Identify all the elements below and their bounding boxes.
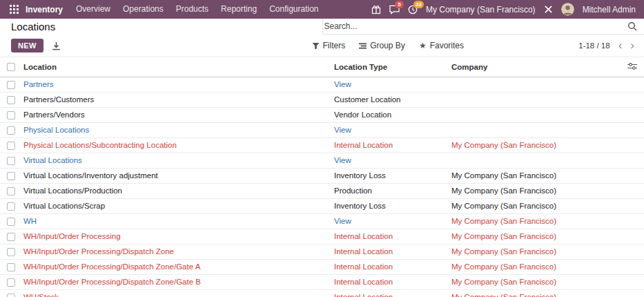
nav-menu-products[interactable]: Products — [170, 0, 215, 19]
location-type-cell[interactable]: Internal Location — [331, 137, 449, 153]
location-type-cell[interactable]: View — [331, 122, 449, 137]
row-checkbox[interactable] — [0, 213, 21, 229]
nav-menu-configuration[interactable]: Configuration — [263, 0, 324, 19]
company-cell[interactable]: My Company (San Francisco) — [449, 213, 618, 229]
row-checkbox[interactable] — [0, 229, 21, 244]
location-type-cell[interactable]: Internal Location — [331, 244, 449, 259]
table-row[interactable]: WH/Input/Order Processing/Dispatch ZoneI… — [0, 244, 644, 259]
export-download-icon[interactable] — [52, 41, 61, 50]
search-icon[interactable] — [627, 21, 637, 31]
location-cell[interactable]: WH/Input/Order Processing — [21, 229, 331, 244]
user-avatar[interactable] — [561, 3, 574, 16]
row-checkbox[interactable] — [0, 137, 21, 153]
company-cell[interactable]: My Company (San Francisco) — [449, 168, 618, 183]
favorites-button[interactable]: ★ Favorites — [419, 41, 464, 50]
location-cell[interactable]: Partners/Customers — [21, 92, 331, 107]
debug-tools-icon[interactable] — [544, 5, 553, 14]
column-header-company[interactable]: Company — [449, 57, 618, 77]
location-cell[interactable]: Physical Locations — [21, 122, 331, 137]
table-row[interactable]: Physical LocationsView — [0, 122, 644, 137]
location-cell[interactable]: Virtual Locations/Production — [21, 183, 331, 198]
table-row[interactable]: WHViewMy Company (San Francisco) — [0, 213, 644, 229]
row-checkbox[interactable] — [0, 77, 21, 93]
location-type-cell[interactable]: View — [331, 213, 449, 229]
company-cell[interactable]: My Company (San Francisco) — [449, 137, 618, 153]
location-type-cell[interactable]: Internal Location — [331, 259, 449, 274]
location-cell[interactable]: Virtual Locations/Scrap — [21, 198, 331, 213]
company-cell[interactable]: My Company (San Francisco) — [449, 198, 618, 213]
location-cell[interactable]: Virtual Locations/Inventory adjustment — [21, 168, 331, 183]
pager-value[interactable]: 1-18 / 18 — [578, 41, 609, 50]
company-cell[interactable]: My Company (San Francisco) — [449, 259, 618, 274]
current-app-name[interactable]: Inventory — [26, 5, 63, 15]
location-type-cell[interactable]: View — [331, 153, 449, 168]
row-checkbox[interactable] — [0, 92, 21, 107]
location-type-cell[interactable]: Inventory Loss — [331, 168, 449, 183]
company-cell[interactable]: My Company (San Francisco) — [449, 183, 618, 198]
company-cell[interactable]: My Company (San Francisco) — [449, 289, 618, 297]
location-cell[interactable]: WH — [21, 213, 331, 229]
location-type-cell[interactable]: Internal Location — [331, 274, 449, 289]
nav-menu-overview[interactable]: Overview — [70, 0, 117, 19]
table-row[interactable]: Virtual Locations/Inventory adjustmentIn… — [0, 168, 644, 183]
table-row[interactable]: WH/StockInternal LocationMy Company (San… — [0, 289, 644, 297]
row-checkbox[interactable] — [0, 122, 21, 137]
table-row[interactable]: WH/Input/Order ProcessingInternal Locati… — [0, 229, 644, 244]
location-cell[interactable]: WH/Input/Order Processing/Dispatch Zone — [21, 244, 331, 259]
company-cell[interactable]: My Company (San Francisco) — [449, 244, 618, 259]
new-button[interactable]: NEW — [11, 39, 43, 52]
select-all-checkbox[interactable] — [0, 57, 21, 77]
location-type-cell[interactable]: Internal Location — [331, 289, 449, 297]
table-row[interactable]: WH/Input/Order Processing/Dispatch Zone/… — [0, 274, 644, 289]
gift-icon[interactable] — [371, 5, 381, 15]
nav-menu-operations[interactable]: Operations — [117, 0, 170, 19]
apps-menu-icon[interactable] — [6, 5, 23, 14]
pager-previous-icon[interactable]: ‹ — [618, 41, 623, 50]
location-cell[interactable]: WH/Input/Order Processing/Dispatch Zone/… — [21, 259, 331, 274]
row-checkbox[interactable] — [0, 259, 21, 274]
company-cell[interactable]: My Company (San Francisco) — [449, 229, 618, 244]
company-cell[interactable]: My Company (San Francisco) — [449, 274, 618, 289]
location-type-cell[interactable]: Internal Location — [331, 229, 449, 244]
table-row[interactable]: Partners/CustomersCustomer Location — [0, 92, 644, 107]
company-cell[interactable] — [449, 77, 618, 93]
table-row[interactable]: Virtual Locations/ScrapInventory LossMy … — [0, 198, 644, 213]
table-row[interactable]: WH/Input/Order Processing/Dispatch Zone/… — [0, 259, 644, 274]
column-header-location-type[interactable]: Location Type — [331, 57, 449, 77]
company-cell[interactable] — [449, 107, 618, 122]
row-checkbox[interactable] — [0, 244, 21, 259]
company-cell[interactable] — [449, 153, 618, 168]
row-checkbox[interactable] — [0, 183, 21, 198]
group-by-button[interactable]: Group By — [359, 41, 405, 50]
company-cell[interactable] — [449, 92, 618, 107]
optional-columns-icon[interactable] — [618, 57, 644, 77]
location-type-cell[interactable]: Customer Location — [331, 92, 449, 107]
row-checkbox[interactable] — [0, 153, 21, 168]
location-cell[interactable]: Partners — [21, 77, 331, 93]
filters-button[interactable]: Filters — [312, 41, 346, 50]
location-type-cell[interactable]: Vendor Location — [331, 107, 449, 122]
location-cell[interactable]: Virtual Locations — [21, 153, 331, 168]
location-type-cell[interactable]: View — [331, 77, 449, 93]
row-checkbox[interactable] — [0, 107, 21, 122]
table-row[interactable]: Physical Locations/Subcontracting Locati… — [0, 137, 644, 153]
table-row[interactable]: Virtual LocationsView — [0, 153, 644, 168]
user-menu[interactable]: Mitchell Admin — [583, 5, 636, 15]
company-cell[interactable] — [449, 122, 618, 137]
activities-clock-icon[interactable]: 33 — [408, 5, 418, 15]
table-row[interactable]: PartnersView — [0, 77, 644, 93]
row-checkbox[interactable] — [0, 274, 21, 289]
company-switcher[interactable]: My Company (San Francisco) — [426, 5, 536, 15]
row-checkbox[interactable] — [0, 289, 21, 297]
pager-next-icon[interactable]: › — [630, 41, 634, 50]
table-row[interactable]: Virtual Locations/ProductionProductionMy… — [0, 183, 644, 198]
messages-icon[interactable]: 5 — [389, 5, 400, 15]
nav-menu-reporting[interactable]: Reporting — [215, 0, 263, 19]
table-row[interactable]: Partners/VendorsVendor Location — [0, 107, 644, 122]
location-cell[interactable]: WH/Input/Order Processing/Dispatch Zone/… — [21, 274, 331, 289]
location-cell[interactable]: WH/Stock — [21, 289, 331, 297]
column-header-location[interactable]: Location — [21, 57, 331, 77]
location-type-cell[interactable]: Inventory Loss — [331, 198, 449, 213]
location-cell[interactable]: Partners/Vendors — [21, 107, 331, 122]
search-input[interactable] — [324, 21, 628, 31]
